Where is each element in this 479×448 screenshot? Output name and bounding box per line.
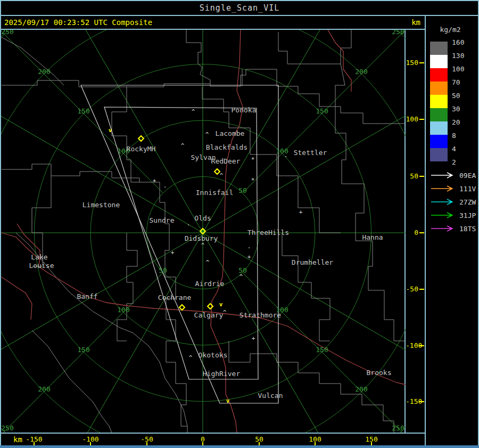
site-marker-icon: ^ (189, 354, 193, 361)
right-axis-tick-label: 100 (406, 115, 418, 124)
legend-color-swatch (430, 148, 448, 161)
radar-site-id: 111V (459, 185, 476, 193)
town-label: Brooks (367, 369, 392, 377)
status-strip (0, 445, 479, 448)
legend-color-swatch (430, 55, 448, 68)
site-marker-icon: ^ (192, 108, 195, 115)
county-boundary (117, 233, 137, 341)
range-label: 250 (392, 424, 404, 432)
site-marker-icon: ^ (223, 309, 227, 316)
range-label: 150 (77, 107, 89, 115)
legend-color-swatch (430, 95, 448, 108)
town-label: Lacombe (216, 129, 245, 137)
town-label: Cochrane (158, 294, 192, 302)
bottom-distance-axis: km -150-100-50050100150 (0, 434, 425, 445)
town-label: Okotoks (199, 351, 228, 359)
right-axis-tick-label: 50 (406, 172, 418, 181)
radar-site-entry: 111V (431, 185, 477, 192)
town-label: Sundre (150, 216, 175, 224)
town-diamond-icon (214, 169, 220, 174)
town-label: Vulcan (258, 392, 283, 400)
town-arrow-icon: v (226, 397, 230, 404)
town-label: Banff (77, 292, 97, 300)
town-label: Ponoka (232, 106, 257, 114)
legend-threshold-label: 30 (452, 105, 473, 112)
town-diamond-icon (179, 305, 185, 310)
site-marker-icon: ^ (201, 242, 205, 249)
right-axis-tick-mark (419, 62, 424, 63)
range-label: 200 (355, 385, 367, 393)
radar-site-id: 27ZW (459, 198, 476, 206)
radar-map-canvas[interactable]: 1001502002505010015020025050100150200250… (1, 30, 406, 433)
radial-line (38, 233, 203, 433)
site-marker-icon: . (163, 182, 167, 189)
site-marker-icon: . (187, 220, 191, 227)
right-axis-tick-mark (419, 289, 424, 290)
right-axis-tick-mark (419, 345, 424, 346)
legend-color-swatch (430, 108, 448, 121)
county-boundary (2, 164, 160, 182)
right-axis-tick-mark (419, 119, 424, 120)
county-boundary (166, 320, 187, 433)
town-label: RedDeer (211, 157, 241, 165)
county-boundary (229, 341, 394, 433)
right-axis-tick-mark (419, 232, 424, 233)
site-marker-icon: . (284, 152, 288, 159)
site-marker-icon: . (247, 243, 251, 250)
range-label: 150 (77, 346, 89, 354)
site-marker-icon: + (153, 177, 156, 184)
site-marker-icon: + (247, 254, 251, 260)
legend-threshold-label: 50 (452, 92, 473, 99)
legend-threshold-label: 160 (452, 38, 473, 46)
right-axis-tick-label: -150 (406, 397, 418, 406)
radar-site-id: 18TS (459, 225, 476, 233)
radar-site-entry: 31JP (431, 211, 477, 219)
legend-threshold-label: 70 (452, 78, 473, 86)
legend-panel: kg/m2 16013010070503020842 09EA111V27ZW3… (426, 16, 478, 445)
legend-threshold-label: 4 (452, 145, 473, 152)
radar-arrow-icon (431, 172, 454, 179)
town-diamond-icon (208, 304, 213, 309)
legend-color-swatch (430, 68, 448, 82)
site-marker-icon: ^ (205, 131, 209, 138)
site-marker-icon: + (171, 249, 175, 256)
legend-unit-label: kg/m2 (426, 26, 474, 34)
range-label: 200 (38, 68, 50, 76)
range-label: 50 (159, 266, 167, 274)
legend-color-swatch (430, 42, 448, 55)
legend-threshold-label: 130 (452, 52, 473, 59)
legend-color-swatch (430, 121, 448, 135)
town-label: RockyMH (127, 145, 156, 153)
radar-site-id: 09EA (459, 172, 476, 180)
highway (2, 277, 32, 320)
scan-timestamp: 2025/09/17 00:23:52 UTC Composite (4, 16, 152, 29)
town-label: Blackfalds (206, 143, 247, 151)
range-label: 100 (117, 306, 129, 314)
info-bar: 2025/09/17 00:23:52 UTC Composite km (0, 16, 424, 29)
site-marker-icon: + (252, 335, 255, 342)
legend-threshold-label: 20 (452, 118, 473, 126)
town-label: ThreeHills (247, 229, 289, 237)
county-boundary (112, 86, 139, 182)
right-axis-tick-label: 0 (406, 229, 418, 237)
town-label: Olds (194, 214, 211, 222)
radar-map[interactable]: 1001502002505010015020025050100150200250… (1, 30, 406, 433)
town-arrow-icon: v (219, 301, 223, 308)
radar-arrow-icon (431, 212, 454, 219)
range-label: 250 (1, 424, 13, 432)
town-label: Limestone (82, 201, 120, 209)
site-marker-icon: ^ (240, 273, 243, 280)
town-arrow-icon: v (109, 127, 112, 134)
radar-site-entry: 09EA (431, 172, 477, 179)
radial-line (38, 30, 203, 233)
right-axis-tick-label: -50 (406, 285, 418, 294)
town-label: Strathmore (240, 311, 281, 319)
county-boundary (335, 64, 404, 341)
county-boundary (16, 233, 133, 333)
range-label: 50 (238, 186, 247, 194)
legend-color-swatch (430, 82, 448, 95)
county-boundary (32, 330, 112, 433)
county-boundary (186, 30, 210, 84)
town-label: Stettler (294, 149, 327, 157)
window-title: Single_Scan_VIL (200, 3, 279, 13)
